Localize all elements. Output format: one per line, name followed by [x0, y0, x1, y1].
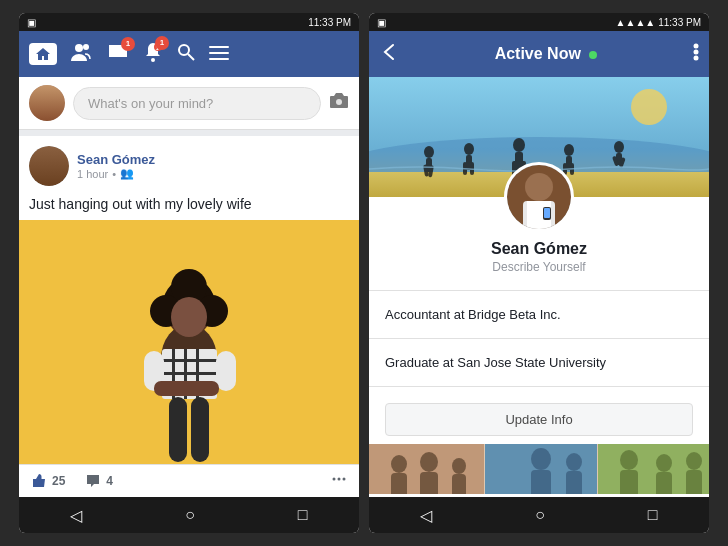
notifications-nav-btn[interactable]: 1 1: [143, 42, 163, 67]
svg-point-61: [525, 173, 553, 201]
svg-rect-65: [544, 208, 550, 218]
profile-avatar-wrapper: [369, 162, 709, 232]
profile-describe[interactable]: Describe Yourself: [385, 260, 693, 274]
svg-rect-79: [531, 470, 551, 494]
svg-point-10: [336, 99, 342, 105]
svg-point-56: [614, 141, 624, 153]
time-dot: •: [112, 168, 116, 180]
messages-badge: 1: [121, 37, 135, 51]
friends-privacy-icon: 👥: [120, 167, 134, 180]
svg-point-52: [564, 144, 574, 156]
notifications-badge: 1: [155, 36, 169, 50]
svg-point-44: [464, 143, 474, 155]
left-phone: ▣ 11:33 PM 1: [19, 13, 359, 533]
right-status-left: ▣: [377, 17, 386, 28]
divider-3: [369, 386, 709, 387]
svg-rect-7: [209, 46, 229, 48]
post-author-name[interactable]: Sean Gómez: [77, 152, 349, 167]
post-card: Sean Gómez 1 hour • 👥 Just hanging out w…: [19, 136, 359, 497]
svg-rect-68: [484, 444, 485, 494]
profile-more-btn[interactable]: [693, 43, 699, 66]
svg-point-1: [83, 44, 89, 50]
status-time: 11:33 PM: [308, 17, 351, 28]
comment-button[interactable]: 4: [85, 473, 113, 489]
profile-bottom-strip: [369, 444, 709, 497]
svg-point-72: [391, 455, 407, 473]
profile-avatar-image: [507, 165, 571, 229]
post-image: [19, 220, 359, 464]
right-phone: ▣ ▲▲▲▲ 11:33 PM Active Now: [369, 13, 709, 533]
svg-point-80: [566, 453, 582, 471]
friends-nav-btn[interactable]: [71, 43, 93, 66]
svg-point-78: [531, 448, 551, 470]
post-meta: Sean Gómez 1 hour • 👥: [77, 152, 349, 180]
post-author-avatar[interactable]: [29, 146, 69, 186]
right-back-button[interactable]: ◁: [420, 506, 432, 525]
active-status-dot: [589, 51, 597, 59]
svg-point-74: [420, 452, 438, 472]
svg-rect-75: [420, 472, 438, 494]
svg-point-40: [424, 146, 434, 158]
profile-content: Sean Gómez Describe Yourself Accountant …: [369, 77, 709, 497]
left-bottom-nav: ◁ ○ □: [19, 497, 359, 533]
status-left-icon: ▣: [27, 17, 36, 28]
back-button[interactable]: ◁: [70, 506, 82, 525]
profile-navbar: Active Now: [369, 31, 709, 77]
svg-rect-77: [452, 474, 466, 494]
svg-rect-26: [216, 351, 236, 391]
more-options-button[interactable]: [331, 471, 347, 491]
post-text: Just hanging out with my lovely wife: [19, 192, 359, 220]
svg-point-48: [513, 138, 525, 152]
svg-point-0: [75, 44, 83, 52]
svg-point-17: [171, 297, 207, 337]
svg-point-31: [338, 478, 341, 481]
svg-rect-8: [209, 52, 229, 54]
story-input-area: What's on your mind?: [19, 77, 359, 130]
svg-rect-9: [209, 58, 229, 60]
likes-count: 25: [52, 474, 65, 488]
svg-point-5: [179, 45, 189, 55]
fb-navbar: 1 1 1: [19, 31, 359, 77]
right-status-bar: ▣ ▲▲▲▲ 11:33 PM: [369, 13, 709, 31]
home-button[interactable]: ○: [185, 506, 195, 524]
user-avatar: [29, 85, 65, 121]
like-button[interactable]: 25: [31, 473, 65, 489]
post-image-person: [124, 269, 254, 464]
svg-point-84: [656, 454, 672, 472]
svg-point-37: [631, 89, 667, 125]
post-actions: 25 4: [19, 464, 359, 497]
back-arrow-button[interactable]: [379, 43, 399, 66]
recents-button[interactable]: □: [298, 506, 308, 524]
post-header: Sean Gómez 1 hour • 👥: [19, 136, 359, 192]
svg-point-2: [151, 58, 155, 62]
svg-point-32: [343, 478, 346, 481]
svg-rect-70: [597, 444, 598, 494]
bottom-photo-strip-svg: [369, 444, 709, 494]
right-bottom-nav: ◁ ○ □: [369, 497, 709, 533]
profile-info: Sean Gómez Describe Yourself: [369, 232, 709, 282]
update-info-button[interactable]: Update Info: [385, 403, 693, 436]
svg-rect-23: [162, 372, 217, 375]
profile-job: Accountant at Bridge Beta Inc.: [369, 299, 709, 330]
comments-count: 4: [106, 474, 113, 488]
svg-rect-81: [566, 471, 582, 494]
svg-rect-83: [620, 470, 638, 494]
svg-point-86: [686, 452, 702, 470]
menu-nav-btn[interactable]: [209, 44, 229, 65]
search-nav-btn[interactable]: [177, 43, 195, 66]
right-recents-button[interactable]: □: [648, 506, 658, 524]
svg-rect-27: [154, 381, 219, 396]
svg-point-76: [452, 458, 466, 474]
profile-navbar-title: Active Now: [409, 45, 683, 63]
divider-1: [369, 290, 709, 291]
profile-education: Graduate at San Jose State University: [369, 347, 709, 378]
home-nav-btn[interactable]: [29, 43, 57, 65]
camera-icon[interactable]: [329, 93, 349, 114]
svg-point-34: [694, 49, 699, 54]
messages-nav-btn[interactable]: 1: [107, 43, 129, 66]
feed-content: What's on your mind? Sean Gómez 1 hour •: [19, 77, 359, 497]
profile-avatar[interactable]: [504, 162, 574, 232]
svg-point-82: [620, 450, 638, 470]
whats-on-mind-input[interactable]: What's on your mind?: [73, 87, 321, 120]
right-home-button[interactable]: ○: [535, 506, 545, 524]
